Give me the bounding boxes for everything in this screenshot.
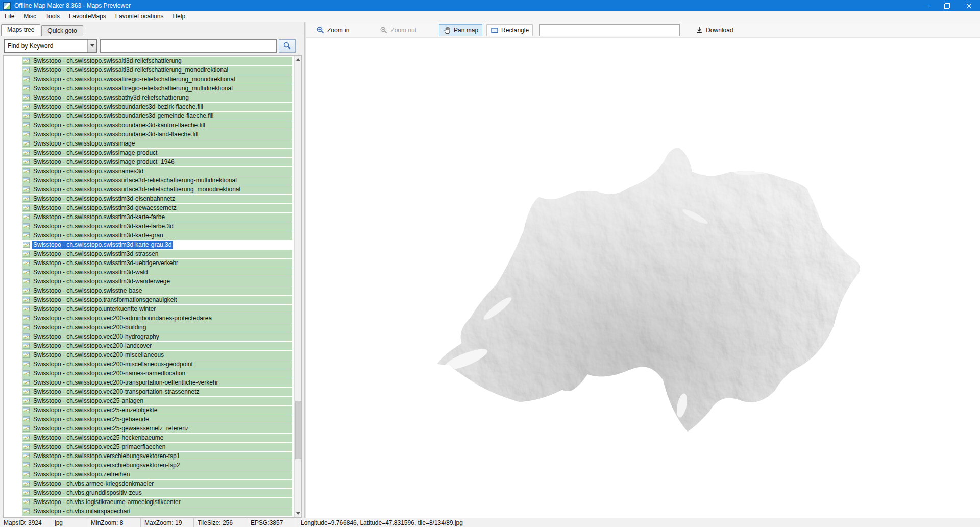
map-icon: [23, 508, 30, 515]
tab-maps-tree[interactable]: Maps tree: [1, 24, 40, 36]
tree-item[interactable]: Swisstopo - ch.vbs.armee-kriegsdenkmaele…: [22, 480, 292, 488]
tree-item[interactable]: Swisstopo - ch.swisstopo.swissaltiregio-…: [22, 75, 292, 84]
map-icon: [23, 481, 30, 487]
map-icon: [23, 131, 30, 138]
tree-item[interactable]: Swisstopo - ch.vbs.milairspacechart: [22, 507, 292, 516]
tree-item[interactable]: Swisstopo - ch.swisstopo.zeitreihen: [22, 470, 292, 479]
tree-item[interactable]: Swisstopo - ch.swisstopo.vec200-adminbou…: [22, 314, 292, 323]
tree-item[interactable]: Swisstopo - ch.swisstopo.swisssurface3d-…: [22, 185, 292, 194]
tree-item[interactable]: Swisstopo - ch.swisstopo.vec200-landcove…: [22, 342, 292, 350]
rectangle-icon: [491, 26, 499, 34]
scroll-down-button[interactable]: [295, 510, 302, 517]
tree-item[interactable]: Swisstopo - ch.swisstopo.swissnames3d: [22, 167, 292, 176]
tree-item[interactable]: Swisstopo - ch.swisstopo.unterkuenfte-wi…: [22, 305, 292, 314]
menu-item-help[interactable]: Help: [168, 11, 190, 22]
tree-item-label: Swisstopo - ch.swisstopo.swissboundaries…: [32, 103, 204, 111]
tree-item[interactable]: Swisstopo - ch.swisstopo.vec200-hydrogra…: [22, 332, 292, 341]
find-mode-dropdown[interactable]: Find by Keyword: [4, 39, 97, 53]
chevron-down-icon: [90, 44, 94, 47]
search-button[interactable]: [279, 39, 296, 53]
tree-item-label: Swisstopo - ch.swisstopo.swissimage-prod…: [32, 158, 176, 166]
tree-item-label: Swisstopo - ch.swisstopo.swissbathy3d-re…: [32, 94, 190, 102]
arrow-down-icon: [296, 512, 300, 515]
tree-item[interactable]: Swisstopo - ch.swisstopo.transformations…: [22, 296, 292, 304]
zoom-out-button[interactable]: Zoom out: [376, 24, 421, 36]
menu-item-tools[interactable]: Tools: [41, 11, 64, 22]
tree-item[interactable]: Swisstopo - ch.swisstopo.swissalti3d-rel…: [22, 57, 292, 65]
zoom-in-button[interactable]: Zoom in: [312, 24, 353, 36]
tree-item[interactable]: Swisstopo - ch.swisstopo.swissimage: [22, 139, 292, 148]
tree-item[interactable]: Swisstopo - ch.swisstopo.swisstne-base: [22, 286, 292, 295]
tree-item[interactable]: Swisstopo - ch.vbs.grunddispositiv-zeus: [22, 489, 292, 497]
maximize-button[interactable]: [936, 0, 958, 11]
menu-item-misc[interactable]: Misc: [19, 11, 41, 22]
hand-icon: [443, 26, 451, 34]
scrollbar-thumb[interactable]: [295, 401, 301, 459]
tree-item[interactable]: Swisstopo - ch.swisstopo.swissboundaries…: [22, 121, 292, 130]
tree-item[interactable]: Swisstopo - ch.swisstopo.vec200-miscella…: [22, 351, 292, 360]
tree-item[interactable]: Swisstopo - ch.swisstopo.swisstlm3d-wald: [22, 268, 292, 277]
search-input[interactable]: [100, 39, 277, 53]
map-area[interactable]: [306, 38, 980, 518]
map-icon: [23, 288, 30, 294]
tree-item[interactable]: Swisstopo - ch.swisstopo.vec25-heckenbae…: [22, 434, 292, 442]
menu-item-favoritelocations[interactable]: FavoriteLocations: [111, 11, 168, 22]
tree-item[interactable]: Swisstopo - ch.swisstopo.vec25-gewaesser…: [22, 424, 292, 433]
tree-item[interactable]: Swisstopo - ch.swisstopo.vec25-primaerfl…: [22, 443, 292, 451]
tree-item[interactable]: Swisstopo - ch.swisstopo.swisstlm3d-kart…: [22, 222, 292, 231]
map-icon: [23, 140, 30, 147]
minimize-button[interactable]: [914, 0, 936, 11]
tree-item[interactable]: Swisstopo - ch.swisstopo.verschiebungsve…: [22, 452, 292, 461]
tree-item-label: Swisstopo - ch.swisstopo.zeitreihen: [32, 471, 131, 478]
tree-item[interactable]: Swisstopo - ch.swisstopo.vec200-building: [22, 323, 292, 332]
tree-item[interactable]: Swisstopo - ch.swisstopo.swissboundaries…: [22, 103, 292, 111]
toolbar-input[interactable]: [539, 24, 680, 36]
close-button[interactable]: [958, 0, 980, 11]
map-icon: [23, 297, 30, 303]
tab-quick-goto[interactable]: Quick goto: [41, 25, 83, 36]
tree-item[interactable]: Swisstopo - ch.swisstopo.swissimage-prod…: [22, 158, 292, 166]
tree-item[interactable]: Swisstopo - ch.swisstopo.swisssurface3d-…: [22, 176, 292, 185]
tree-item[interactable]: Swisstopo - ch.swisstopo.swisstlm3d-gewa…: [22, 204, 292, 212]
tree-item[interactable]: Swisstopo - ch.swisstopo.swissbathy3d-re…: [22, 93, 292, 102]
tree-item[interactable]: Swisstopo - ch.swisstopo.swisstlm3d-stra…: [22, 250, 292, 258]
tree-item[interactable]: Swisstopo - ch.swisstopo.vec25-anlagen: [22, 397, 292, 405]
tree-item[interactable]: Swisstopo - ch.swisstopo.swisstlm3d-kart…: [22, 213, 292, 222]
tree-item[interactable]: Swisstopo - ch.swisstopo.swisstlm3d-kart…: [22, 241, 292, 249]
tree-item[interactable]: Swisstopo - ch.swisstopo.swisstlm3d-kart…: [22, 231, 292, 240]
tree-item-label: Swisstopo - ch.swisstopo.vec25-einzelobj…: [32, 406, 158, 414]
tree-item[interactable]: Swisstopo - ch.vbs.logistikraeume-armeel…: [22, 498, 292, 507]
tree-item[interactable]: Swisstopo - ch.swisstopo.swissboundaries…: [22, 130, 292, 139]
tree-item[interactable]: Swisstopo - ch.swisstopo.vec200-miscella…: [22, 360, 292, 369]
map-icon: [23, 196, 30, 202]
tree-item[interactable]: Swisstopo - ch.swisstopo.vec25-gebaeude: [22, 415, 292, 424]
tab-bar: Maps tree Quick goto: [0, 22, 304, 36]
tree-item[interactable]: Swisstopo - ch.swisstopo.verschiebungsve…: [22, 461, 292, 470]
tree-item[interactable]: Swisstopo - ch.swisstopo.swisstlm3d-eise…: [22, 195, 292, 203]
tree-item[interactable]: Swisstopo - ch.swisstopo.vec200-names-na…: [22, 369, 292, 378]
menu-item-file[interactable]: File: [0, 11, 19, 22]
download-button[interactable]: Download: [691, 24, 737, 36]
map-icon: [23, 232, 30, 239]
menu-item-favoritemaps[interactable]: FavoriteMaps: [64, 11, 111, 22]
map-icon: [23, 251, 30, 257]
tree-item-label: Swisstopo - ch.swisstopo.swissnames3d: [32, 167, 144, 175]
tree-scrollbar[interactable]: [294, 56, 301, 517]
tree-item[interactable]: Swisstopo - ch.swisstopo.swissaltiregio-…: [22, 84, 292, 93]
switzerland-relief-map[interactable]: [434, 140, 865, 436]
rectangle-button[interactable]: Rectangle: [486, 24, 533, 36]
dropdown-button[interactable]: [87, 40, 96, 52]
tree-item[interactable]: Swisstopo - ch.swisstopo.vec200-transpor…: [22, 378, 292, 387]
tree-item[interactable]: Swisstopo - ch.swisstopo.swisstlm3d-uebr…: [22, 259, 292, 268]
tree-item[interactable]: Swisstopo - ch.swisstopo.vec25-einzelobj…: [22, 406, 292, 415]
tree-item[interactable]: Swisstopo - ch.swisstopo.swissimage-prod…: [22, 149, 292, 157]
tree-item[interactable]: Swisstopo - ch.swisstopo.vec200-transpor…: [22, 388, 292, 396]
tree-item[interactable]: Swisstopo - ch.swisstopo.swissalti3d-rel…: [22, 66, 292, 75]
tree-item[interactable]: Swisstopo - ch.swisstopo.swisstlm3d-wand…: [22, 277, 292, 286]
status-segment: Longitude=9.766846, Latitude=47.831596, …: [297, 518, 980, 527]
tree-item-label: Swisstopo - ch.swisstopo.unterkuenfte-wi…: [32, 305, 157, 313]
pan-map-button[interactable]: Pan map: [439, 24, 482, 36]
scroll-up-button[interactable]: [295, 56, 302, 63]
map-icon: [23, 177, 30, 184]
tree-item[interactable]: Swisstopo - ch.swisstopo.swissboundaries…: [22, 112, 292, 121]
